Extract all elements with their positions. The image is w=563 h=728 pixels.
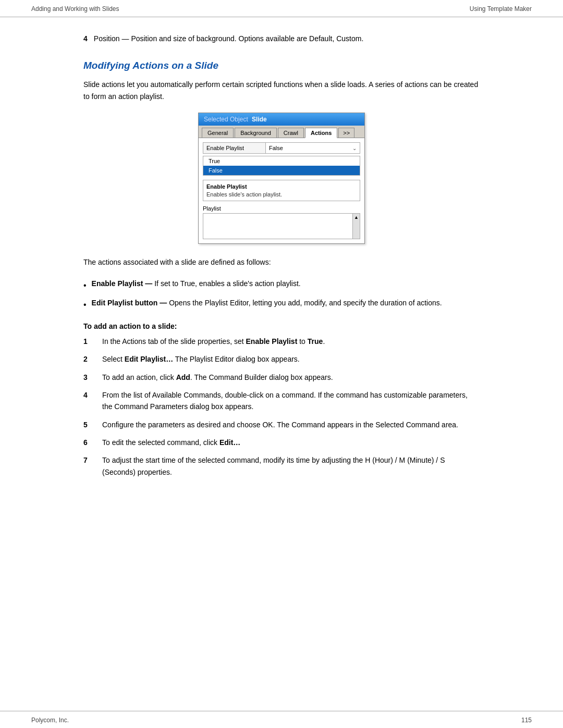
step-4-intro: 4Position — Position and size of backgro… (83, 33, 480, 44)
step-5: 5 Configure the parameters as desired an… (83, 419, 480, 430)
step-4: 4 From the list of Available Commands, d… (83, 389, 480, 413)
enable-playlist-section-title: Enable Playlist (206, 183, 357, 190)
tab-crawl[interactable]: Crawl (278, 128, 304, 138)
footer-right: 115 (521, 717, 532, 724)
step-4-text: Position — Position and size of backgrou… (94, 34, 364, 43)
step-6: 6 To edit the selected command, click Ed… (83, 437, 480, 448)
enable-playlist-current: False (269, 145, 283, 151)
step-4-content: From the list of Available Commands, dou… (102, 389, 480, 413)
dropdown-item-false[interactable]: False (203, 166, 360, 175)
bullet-list: • Enable Playlist — If set to True, enab… (83, 278, 480, 312)
step-2-content: Select Edit Playlist… The Playlist Edito… (102, 353, 480, 365)
bullet-item-2: • Edit Playlist button — Opens the Playl… (83, 297, 480, 312)
step-2-number: 2 (83, 353, 94, 365)
footer: Polycom, Inc. 115 (0, 711, 563, 728)
dialog-title-value: Slide (252, 116, 267, 123)
dropdown-arrow-icon[interactable]: ⌄ (352, 145, 357, 151)
step-1-number: 1 (83, 336, 94, 347)
dialog-title-label: Selected Object (204, 116, 248, 123)
step-7-number: 7 (83, 454, 94, 466)
enable-playlist-label: Enable Playlist (203, 143, 266, 153)
playlist-scrollbar[interactable]: ▲ (352, 214, 360, 239)
step-3-number: 3 (83, 372, 94, 383)
header-left: Adding and Working with Slides (31, 5, 119, 13)
enable-playlist-section: Enable Playlist Enables slide's action p… (203, 180, 360, 201)
scrollbar-up-arrow[interactable]: ▲ (353, 214, 360, 220)
section-title: Modifying Actions on a Slide (83, 60, 480, 71)
actions-intro: The actions associated with a slide are … (83, 256, 480, 268)
page: Adding and Working with Slides Using Tem… (0, 0, 563, 728)
enable-playlist-section-desc: Enables slide's action playlist. (206, 191, 357, 198)
dropdown-item-true[interactable]: True (203, 156, 360, 166)
bullet-text-2: Edit Playlist button — Opens the Playlis… (92, 297, 480, 309)
dialog-screenshot: Selected Object Slide General Background… (198, 113, 365, 244)
step-3: 3 To add an action, click Add. The Comma… (83, 372, 480, 383)
playlist-label: Playlist (203, 205, 360, 212)
dialog-titlebar: Selected Object Slide (199, 113, 364, 126)
bullet-text-1: Enable Playlist — If set to True, enable… (92, 278, 480, 289)
enable-playlist-value: False ⌄ (266, 143, 360, 153)
dialog-body: Enable Playlist False ⌄ True False Enabl… (199, 138, 364, 243)
step-2: 2 Select Edit Playlist… The Playlist Edi… (83, 353, 480, 365)
tab-background[interactable]: Background (235, 128, 277, 138)
step-1-content: In the Actions tab of the slide properti… (102, 336, 480, 347)
header: Adding and Working with Slides Using Tem… (0, 0, 563, 17)
tab-more[interactable]: >> (338, 128, 354, 138)
step-7-content: To adjust the start time of the selected… (102, 454, 480, 478)
main-content: 4Position — Position and size of backgro… (0, 17, 563, 515)
dialog-tabs: General Background Crawl Actions >> (199, 126, 364, 138)
footer-left: Polycom, Inc. (31, 717, 69, 724)
bullet-dot-2: • (83, 298, 87, 312)
playlist-area: ▲ (203, 213, 360, 239)
step-4-number: 4 (83, 389, 94, 401)
step-7: 7 To adjust the start time of the select… (83, 454, 480, 478)
sub-heading: To add an action to a slide: (83, 322, 480, 330)
header-right: Using Template Maker (470, 5, 532, 13)
enable-playlist-row: Enable Playlist False ⌄ (203, 142, 360, 154)
step-6-content: To edit the selected command, click Edit… (102, 437, 480, 448)
step-6-number: 6 (83, 437, 94, 448)
step-5-content: Configure the parameters as desired and … (102, 419, 480, 430)
bullet-dot-1: • (83, 279, 87, 292)
step-4-number: 4 (83, 34, 88, 43)
step-1: 1 In the Actions tab of the slide proper… (83, 336, 480, 347)
section-intro: Slide actions let you automatically perf… (83, 79, 480, 102)
bullet-item-1: • Enable Playlist — If set to True, enab… (83, 278, 480, 292)
step-3-content: To add an action, click Add. The Command… (102, 372, 480, 383)
tab-actions[interactable]: Actions (305, 128, 337, 138)
dropdown-list: True False (203, 156, 360, 176)
tab-general[interactable]: General (202, 128, 234, 138)
step-5-number: 5 (83, 419, 94, 430)
